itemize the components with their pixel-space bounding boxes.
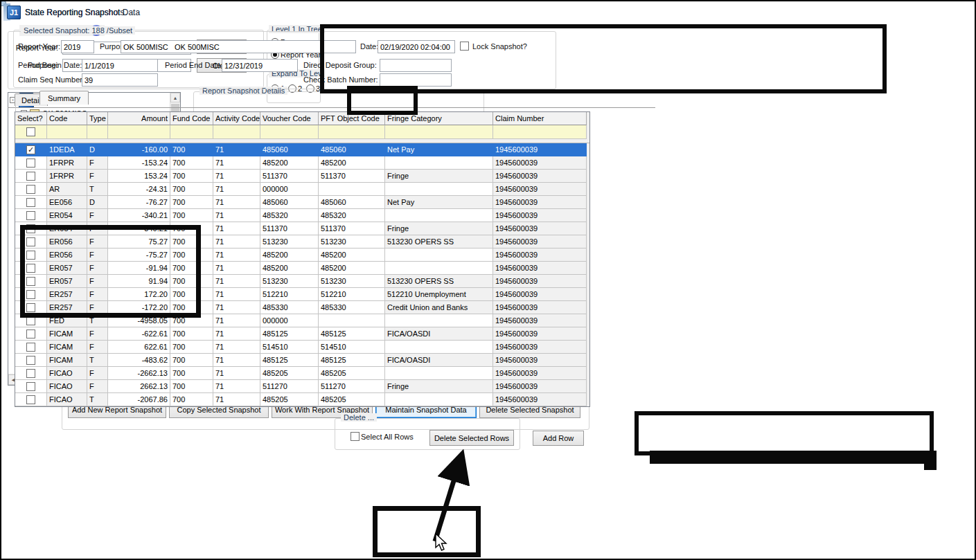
table-cell[interactable]: 1FRPR <box>47 170 87 183</box>
table-cell[interactable]: 700 <box>170 327 213 341</box>
row-checkbox[interactable] <box>26 172 35 181</box>
table-cell[interactable]: 700 <box>170 143 213 156</box>
table-cell[interactable]: ER257 <box>47 301 87 314</box>
row-checkbox[interactable] <box>26 303 35 312</box>
table-cell[interactable]: -76.27 <box>108 196 170 209</box>
row-checkbox[interactable] <box>26 329 35 338</box>
table-cell[interactable]: F <box>87 262 108 275</box>
table-cell[interactable] <box>385 156 493 170</box>
add-row-button[interactable]: Add Row <box>533 431 584 446</box>
period-begin-field[interactable] <box>82 59 158 72</box>
row-select-cell[interactable] <box>15 170 47 183</box>
table-row[interactable]: ER054F-340.21700714853204853201945600039 <box>15 209 589 222</box>
table-cell[interactable]: 513230 <box>260 275 319 288</box>
row-select-cell[interactable] <box>15 314 47 327</box>
table-row[interactable]: ER056F75.2770071513230513230513230 OPERS… <box>15 235 589 249</box>
filter-cell[interactable] <box>170 125 213 139</box>
table-cell[interactable]: -340.21 <box>108 209 170 222</box>
row-select-cell[interactable] <box>15 367 47 380</box>
row-select-cell[interactable] <box>15 288 47 301</box>
table-cell[interactable]: 1945600039 <box>493 367 587 380</box>
row-checkbox[interactable]: ✓ <box>26 145 35 154</box>
table-cell[interactable]: 511370 <box>260 170 319 183</box>
table-cell[interactable]: 485060 <box>260 143 319 156</box>
table-cell[interactable]: 485205 <box>260 367 319 380</box>
table-cell[interactable]: Fringe <box>385 170 493 183</box>
table-cell[interactable]: -91.94 <box>108 262 170 275</box>
table-cell[interactable]: 1945600039 <box>493 249 587 262</box>
table-cell[interactable]: 700 <box>170 196 213 209</box>
table-cell[interactable]: 485200 <box>319 262 385 275</box>
row-checkbox[interactable] <box>26 277 35 286</box>
table-cell[interactable]: 1945600039 <box>493 209 587 222</box>
table-cell[interactable]: 71 <box>213 314 260 327</box>
column-header[interactable]: Claim Number <box>493 112 587 125</box>
column-header[interactable]: Select? <box>15 112 47 125</box>
table-cell[interactable]: 700 <box>170 170 213 183</box>
table-cell[interactable]: 1945600039 <box>493 196 587 209</box>
table-cell[interactable]: 71 <box>213 327 260 341</box>
table-cell[interactable]: 485200 <box>260 262 319 275</box>
table-cell[interactable]: F <box>87 209 108 222</box>
table-cell[interactable]: 485200 <box>319 249 385 262</box>
table-cell[interactable]: 485125 <box>260 354 319 367</box>
table-cell[interactable]: 71 <box>213 170 260 183</box>
table-cell[interactable]: 71 <box>213 222 260 235</box>
table-cell[interactable]: 91.94 <box>108 275 170 288</box>
table-cell[interactable]: 513230 OPERS SS <box>385 275 493 288</box>
table-cell[interactable]: F <box>87 156 108 170</box>
table-row[interactable]: ER056F-75.27700714852004852001945600039 <box>15 249 589 262</box>
table-cell[interactable]: 485125 <box>260 327 319 341</box>
column-header[interactable]: PFT Object Code <box>319 112 385 125</box>
table-row[interactable]: FICAOT-2067.8670071485205485205194560003… <box>15 393 589 406</box>
row-checkbox[interactable] <box>26 290 35 299</box>
filter-cell[interactable] <box>213 125 260 139</box>
period-end-field[interactable] <box>222 59 298 72</box>
table-row[interactable]: FEDT-4958.05700710000001945600039 <box>15 314 589 327</box>
table-cell[interactable]: T <box>87 354 108 367</box>
row-select-cell[interactable] <box>15 275 47 288</box>
table-cell[interactable]: 513230 <box>319 275 385 288</box>
table-cell[interactable] <box>319 314 385 327</box>
table-cell[interactable]: 485200 <box>260 156 319 170</box>
table-cell[interactable]: 485205 <box>319 393 385 406</box>
table-cell[interactable]: 71 <box>213 288 260 301</box>
lock-snapshot-checkbox[interactable] <box>460 42 469 51</box>
table-cell[interactable]: 1945600039 <box>493 235 587 249</box>
row-checkbox[interactable] <box>26 369 35 378</box>
table-cell[interactable]: 511370 <box>319 170 385 183</box>
table-cell[interactable]: F <box>87 235 108 249</box>
table-cell[interactable]: 700 <box>170 314 213 327</box>
table-cell[interactable]: T <box>87 393 108 406</box>
table-cell[interactable]: FICAM <box>47 354 87 367</box>
row-select-cell[interactable] <box>15 249 47 262</box>
table-cell[interactable]: 511270 <box>319 380 385 393</box>
table-cell[interactable]: 1945600039 <box>493 183 587 196</box>
claim-seq-field[interactable] <box>82 73 158 87</box>
table-cell[interactable]: 485320 <box>260 209 319 222</box>
table-cell[interactable]: -24.31 <box>108 183 170 196</box>
table-cell[interactable]: 512210 Unemployment <box>385 288 493 301</box>
row-select-cell[interactable] <box>15 183 47 196</box>
table-cell[interactable]: Fringe <box>385 222 493 235</box>
delete-selected-rows-button[interactable]: Delete Selected Rows <box>429 430 514 446</box>
table-cell[interactable]: ER057 <box>47 262 87 275</box>
table-cell[interactable]: 485125 <box>319 327 385 341</box>
table-cell[interactable]: 1945600039 <box>493 393 587 406</box>
table-cell[interactable]: 514510 <box>260 341 319 354</box>
table-cell[interactable]: 700 <box>170 262 213 275</box>
table-cell[interactable]: 75.27 <box>108 235 170 249</box>
direct-deposit-field[interactable] <box>380 59 452 72</box>
table-row[interactable]: FICAOF-2662.1370071485205485205194560003… <box>15 367 589 380</box>
row-select-cell[interactable] <box>15 380 47 393</box>
table-row[interactable]: 1FRPRF-153.24700714852004852001945600039 <box>15 156 589 170</box>
hdr-report-year-field[interactable] <box>61 40 94 53</box>
table-cell[interactable]: 2662.13 <box>108 380 170 393</box>
table-cell[interactable]: 514510 <box>319 341 385 354</box>
row-select-cell[interactable] <box>15 341 47 354</box>
table-cell[interactable]: 172.20 <box>108 288 170 301</box>
table-cell[interactable]: 1945600039 <box>493 341 587 354</box>
table-cell[interactable]: 1945600039 <box>493 301 587 314</box>
row-select-cell[interactable] <box>15 301 47 314</box>
row-select-cell[interactable] <box>15 209 47 222</box>
